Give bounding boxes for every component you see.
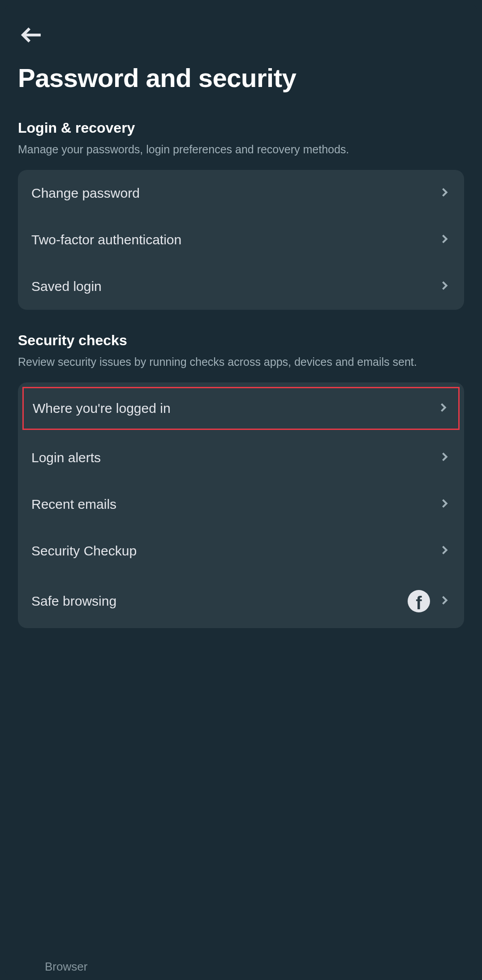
chevron-right-icon — [438, 279, 451, 294]
bottom-hint-text: Browser — [45, 960, 87, 974]
list-item-label: Security Checkup — [31, 543, 137, 559]
login-recovery-card: Change password Two-factor authenticatio… — [18, 170, 464, 310]
item-saved-login[interactable]: Saved login — [18, 263, 464, 310]
section-title: Login & recovery — [18, 120, 464, 136]
item-change-password[interactable]: Change password — [18, 170, 464, 217]
list-item-label: Saved login — [31, 279, 102, 294]
chevron-right-icon — [438, 186, 451, 200]
section-title: Security checks — [18, 332, 464, 349]
page-title: Password and security — [18, 63, 464, 93]
list-item-label: Change password — [31, 186, 140, 201]
list-item-right — [408, 590, 451, 612]
settings-screen: Password and security Login & recovery M… — [4, 4, 478, 976]
item-login-alerts[interactable]: Login alerts — [18, 434, 464, 481]
section-security-checks: Security checks Review security issues b… — [18, 332, 464, 628]
section-desc: Manage your passwords, login preferences… — [18, 142, 464, 157]
arrow-left-icon — [20, 24, 43, 48]
item-two-factor-auth[interactable]: Two-factor authentication — [18, 217, 464, 263]
section-desc: Review security issues by running checks… — [18, 354, 464, 370]
security-checks-card: Where you're logged in Login alerts Rece… — [18, 382, 464, 628]
chevron-right-icon — [438, 233, 451, 247]
list-item-label: Login alerts — [31, 450, 101, 465]
list-item-label: Where you're logged in — [33, 401, 171, 416]
chevron-right-icon — [438, 594, 451, 608]
chevron-right-icon — [438, 544, 451, 558]
facebook-icon — [408, 590, 430, 612]
list-item-label: Safe browsing — [31, 594, 116, 609]
back-button[interactable] — [18, 22, 45, 49]
list-item-label: Two-factor authentication — [31, 232, 181, 247]
list-item-label: Recent emails — [31, 497, 116, 512]
chevron-right-icon — [438, 497, 451, 512]
item-recent-emails[interactable]: Recent emails — [18, 481, 464, 528]
chevron-right-icon — [438, 451, 451, 465]
item-security-checkup[interactable]: Security Checkup — [18, 528, 464, 574]
item-where-logged-in[interactable]: Where you're logged in — [22, 387, 460, 430]
section-login-recovery: Login & recovery Manage your passwords, … — [18, 120, 464, 310]
chevron-right-icon — [437, 401, 449, 416]
item-safe-browsing[interactable]: Safe browsing — [18, 574, 464, 628]
